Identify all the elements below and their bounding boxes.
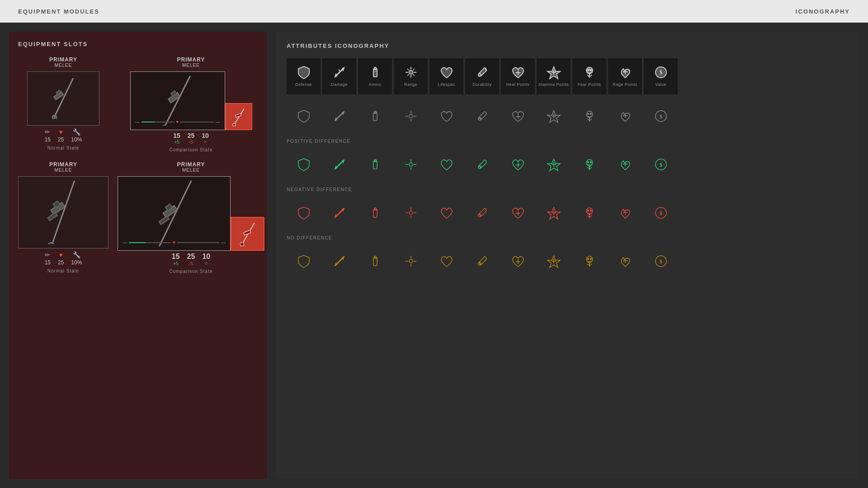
- stamina-icon-negative: [547, 206, 561, 220]
- ammo-icon-filled: [368, 65, 382, 80]
- attr-damage-nodiff: [322, 243, 356, 279]
- svg-point-35: [409, 70, 413, 74]
- damage-icon-nodiff: [332, 254, 347, 268]
- svg-point-40: [478, 74, 481, 76]
- durability-icon-negative: [475, 206, 490, 220]
- weapon-comparison-2: [124, 181, 224, 246]
- ammo-icon-positive: [368, 157, 382, 172]
- svg-text:$: $: [659, 161, 662, 168]
- stamina-icon-outline: [547, 109, 561, 123]
- attr-durability-negative: [465, 195, 499, 231]
- range-icon-outline: [404, 109, 418, 123]
- attr-ammo-positive: [358, 146, 392, 183]
- weapon-image-1: [34, 78, 93, 119]
- comparison-badge-2: [231, 217, 264, 251]
- defense-icon-negative: [297, 206, 311, 220]
- attr-lifespan-outline: [429, 98, 463, 134]
- attr-lifespan-negative: [429, 195, 463, 231]
- svg-point-156: [590, 258, 591, 260]
- attr-heal-positive: [501, 146, 535, 183]
- attr-lifespan-nodiff: [429, 243, 463, 279]
- value-icon-outline: $: [654, 109, 668, 123]
- slot-label-1: PRIMARY MELEE: [49, 56, 77, 68]
- right-title: ICONOGRAPHY: [796, 8, 850, 15]
- svg-line-13: [24, 181, 102, 244]
- left-title: EQUIPMENT MODULES: [18, 8, 99, 15]
- right-panel: ATTRIBUTES ICONOGRAPHY Defense Damage: [276, 32, 859, 479]
- attr-heal-filled: Heal Points: [501, 58, 535, 94]
- weapon-stats-2: ✏ 15 ♥ 25 🔧 10%: [45, 251, 82, 266]
- rage-icon-filled: [618, 65, 632, 80]
- rage-icon-outline: [618, 109, 632, 123]
- value-icon-filled: $: [654, 65, 668, 80]
- negative-diff-label: NEGATIVE DIFFERENCE: [287, 187, 848, 192]
- svg-point-130: [590, 210, 591, 211]
- equipment-grid: PRIMARY MELEE: [18, 56, 258, 274]
- attr-ammo-outline: [358, 98, 392, 134]
- comparison-badge-1: [225, 103, 252, 130]
- svg-point-65: [409, 114, 413, 118]
- icon-row-outline: $: [287, 98, 848, 134]
- value-icon-positive: $: [654, 157, 668, 172]
- comparison-stats-2: 15 +5 25 -5 10 =: [168, 253, 214, 266]
- slot-label-c2: PRIMARY MELEE: [177, 161, 205, 173]
- attr-durability-filled: Durability: [465, 58, 499, 94]
- defense-icon-positive: [297, 157, 311, 172]
- attr-stamina-positive: [537, 146, 571, 183]
- rage-icon-nodiff: [618, 254, 632, 268]
- svg-point-16: [46, 241, 56, 244]
- equipment-slots-title: EQUIPMENT SLOTS: [18, 41, 258, 47]
- icon-row-nodiff: $: [287, 243, 848, 279]
- slot-label-c1: PRIMARY MELEE: [177, 56, 205, 68]
- attr-heal-nodiff: [501, 243, 535, 279]
- svg-line-0: [40, 78, 86, 119]
- stat-wrench-2: 🔧 10%: [71, 251, 82, 266]
- svg-point-155: [587, 258, 589, 260]
- state-label-normal-2: Normal State: [47, 268, 79, 273]
- attr-damage-outline: [322, 98, 356, 134]
- durability-icon-outline: [475, 109, 490, 123]
- damage-icon-outline: [332, 109, 347, 123]
- slot-label-2: PRIMARY MELEE: [49, 161, 77, 173]
- lifespan-icon-outline: [439, 109, 454, 123]
- stat-pencil-2: ✏ 15: [45, 251, 51, 266]
- attr-damage-positive: [322, 146, 356, 183]
- heal-icon-negative: [511, 206, 525, 220]
- stamina-icon-positive: [547, 157, 561, 172]
- fear-icon-filled: [582, 65, 597, 80]
- defense-icon-filled: [297, 65, 311, 80]
- heal-icon-nodiff: [511, 254, 525, 268]
- lifespan-icon-nodiff: [439, 254, 454, 268]
- attr-range-outline: [394, 98, 428, 134]
- attr-damage-negative: [322, 195, 356, 231]
- weapon-box-1: [27, 71, 99, 126]
- svg-line-5: [144, 76, 211, 126]
- ammo-icon-negative: [368, 206, 382, 220]
- fear-icon-positive: [582, 157, 597, 172]
- attr-value-filled: $ Value: [644, 58, 678, 94]
- attr-durability-positive: [465, 146, 499, 183]
- defense-icon-nodiff: [297, 254, 311, 268]
- svg-text:$: $: [659, 210, 662, 216]
- svg-point-117: [409, 211, 413, 215]
- slot-comparison-2: PRIMARY MELEE: [118, 161, 264, 274]
- attr-heal-negative: [501, 195, 535, 231]
- attr-value-positive: $: [644, 146, 678, 183]
- slot-comparison-1: PRIMARY MELEE: [118, 56, 264, 152]
- state-label-normal-1: Normal State: [47, 145, 79, 150]
- attr-stamina-outline: [537, 98, 571, 134]
- value-icon-negative: $: [654, 206, 668, 220]
- fear-icon-outline: [582, 109, 597, 123]
- fear-icon-negative: [582, 206, 597, 220]
- attr-defense-positive: [287, 146, 321, 183]
- svg-rect-18: [48, 212, 57, 221]
- attr-heal-outline: [501, 98, 535, 134]
- attr-ammo-negative: [358, 195, 392, 231]
- stat-wrench-1: 🔧 10%: [71, 128, 82, 143]
- fear-icon-nodiff: [582, 254, 597, 268]
- attr-fear-filled: Fear Points: [572, 58, 606, 94]
- attr-fear-negative: [572, 195, 606, 231]
- attr-damage-filled: Damage: [322, 58, 356, 94]
- svg-rect-11: [236, 113, 241, 117]
- icon-row-positive: $: [287, 146, 848, 183]
